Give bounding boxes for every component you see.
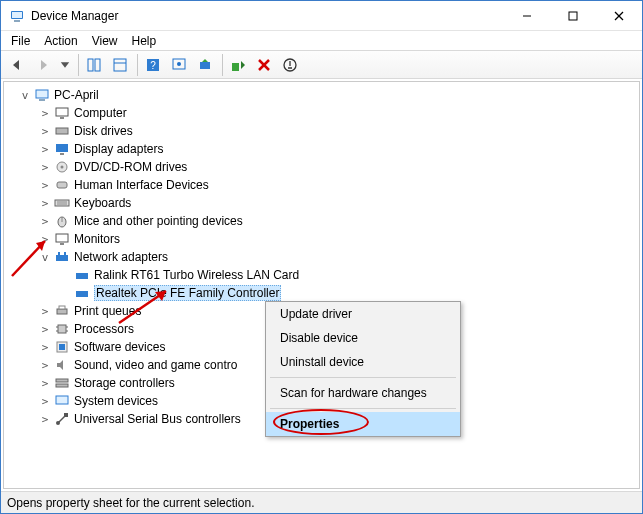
network-icon <box>54 249 70 265</box>
svg-rect-4 <box>569 12 577 20</box>
svg-point-14 <box>177 62 181 66</box>
collapse-icon[interactable]: v <box>18 89 32 102</box>
expand-icon[interactable]: > <box>38 215 52 228</box>
tree-item-mice[interactable]: > Mice and other pointing devices <box>4 212 639 230</box>
expand-icon[interactable]: > <box>38 161 52 174</box>
expand-icon[interactable]: > <box>38 125 52 138</box>
tree-item-label: Computer <box>74 106 127 120</box>
ctx-disable-device[interactable]: Disable device <box>266 326 460 350</box>
svg-rect-15 <box>200 62 210 69</box>
tree-item-label: Mice and other pointing devices <box>74 214 243 228</box>
expand-icon[interactable]: > <box>38 395 52 408</box>
menu-file[interactable]: File <box>5 32 36 50</box>
toolbar-separator <box>137 54 138 76</box>
tree-item-label: Software devices <box>74 340 165 354</box>
expand-icon[interactable]: > <box>38 197 52 210</box>
context-menu: Update driver Disable device Uninstall d… <box>265 301 461 437</box>
tree-item-monitors[interactable]: > Monitors <box>4 230 639 248</box>
disable-device-button[interactable] <box>278 53 302 77</box>
svg-rect-8 <box>95 59 100 71</box>
expand-icon[interactable]: > <box>38 305 52 318</box>
menu-help[interactable]: Help <box>126 32 163 50</box>
update-driver-button[interactable] <box>193 53 217 77</box>
sound-icon <box>54 357 70 373</box>
menu-action[interactable]: Action <box>38 32 83 50</box>
ctx-separator <box>270 408 456 409</box>
svg-rect-20 <box>36 90 48 98</box>
svg-rect-51 <box>56 379 68 382</box>
svg-rect-53 <box>56 396 68 404</box>
svg-rect-37 <box>56 255 68 261</box>
expand-icon[interactable]: > <box>38 179 52 192</box>
maximize-button[interactable] <box>550 1 596 31</box>
expand-icon[interactable]: > <box>38 107 52 120</box>
tree-item-label: Monitors <box>74 232 120 246</box>
tree-item-label: Disk drives <box>74 124 133 138</box>
software-icon <box>54 339 70 355</box>
svg-rect-2 <box>14 20 20 22</box>
network-adapter-icon <box>74 267 90 283</box>
ctx-uninstall-device[interactable]: Uninstall device <box>266 350 460 374</box>
keyboard-icon <box>54 195 70 211</box>
tree-root[interactable]: v PC-April <box>4 86 639 104</box>
ctx-properties[interactable]: Properties <box>266 412 460 436</box>
computer-icon <box>34 87 50 103</box>
monitor-icon <box>54 231 70 247</box>
app-icon <box>9 8 25 24</box>
expand-icon[interactable]: > <box>38 359 52 372</box>
svg-rect-41 <box>76 291 88 297</box>
show-hide-tree-button[interactable] <box>82 53 106 77</box>
ctx-scan-hardware[interactable]: Scan for hardware changes <box>266 381 460 405</box>
dvd-icon <box>54 159 70 175</box>
tree-item-hid[interactable]: > Human Interface Devices <box>4 176 639 194</box>
window-controls <box>504 1 642 31</box>
printer-icon <box>54 303 70 319</box>
cpu-icon <box>54 321 70 337</box>
tree-item-ralink[interactable]: . Ralink RT61 Turbo Wireless LAN Card <box>4 266 639 284</box>
mouse-icon <box>54 213 70 229</box>
expand-icon[interactable]: > <box>38 341 52 354</box>
tree-item-realtek[interactable]: . Realtek PCIe FE Family Controller <box>4 284 639 302</box>
tree-item-disk-drives[interactable]: > Disk drives <box>4 122 639 140</box>
expand-icon[interactable]: > <box>38 323 52 336</box>
tree-item-network-adapters[interactable]: v Network adapters <box>4 248 639 266</box>
svg-rect-35 <box>56 234 68 242</box>
tree-item-label: Processors <box>74 322 134 336</box>
svg-text:?: ? <box>150 60 156 71</box>
tree-item-label: Sound, video and game contro <box>74 358 237 372</box>
menu-view[interactable]: View <box>86 32 124 50</box>
tree-item-label: Network adapters <box>74 250 168 264</box>
expand-icon[interactable]: > <box>38 143 52 156</box>
svg-rect-9 <box>114 59 126 71</box>
expand-icon[interactable]: > <box>38 377 52 390</box>
close-button[interactable] <box>596 1 642 31</box>
uninstall-device-button[interactable] <box>252 53 276 77</box>
svg-rect-50 <box>59 344 65 350</box>
tree-item-keyboards[interactable]: > Keyboards <box>4 194 639 212</box>
status-text: Opens property sheet for the current sel… <box>7 496 254 510</box>
tree-item-label: Display adapters <box>74 142 163 156</box>
expand-icon[interactable]: > <box>38 233 52 246</box>
collapse-icon[interactable]: v <box>38 251 52 264</box>
tree-item-display-adapters[interactable]: > Display adapters <box>4 140 639 158</box>
back-button[interactable] <box>5 53 29 77</box>
scan-hardware-button[interactable] <box>167 53 191 77</box>
hid-icon <box>54 177 70 193</box>
svg-rect-1 <box>12 12 22 18</box>
history-dropdown[interactable] <box>57 53 73 77</box>
title-bar: Device Manager <box>1 1 642 31</box>
svg-rect-25 <box>56 144 68 152</box>
properties-button[interactable] <box>108 53 132 77</box>
svg-rect-42 <box>57 309 67 314</box>
forward-button[interactable] <box>31 53 55 77</box>
tree-item-computer[interactable]: > Computer <box>4 104 639 122</box>
help-button[interactable]: ? <box>141 53 165 77</box>
enable-device-button[interactable] <box>226 53 250 77</box>
toolbar-separator <box>222 54 223 76</box>
tree-item-dvd-drives[interactable]: > DVD/CD-ROM drives <box>4 158 639 176</box>
ctx-update-driver[interactable]: Update driver <box>266 302 460 326</box>
svg-rect-7 <box>88 59 93 71</box>
minimize-button[interactable] <box>504 1 550 31</box>
svg-rect-23 <box>60 117 64 119</box>
expand-icon[interactable]: > <box>38 413 52 426</box>
